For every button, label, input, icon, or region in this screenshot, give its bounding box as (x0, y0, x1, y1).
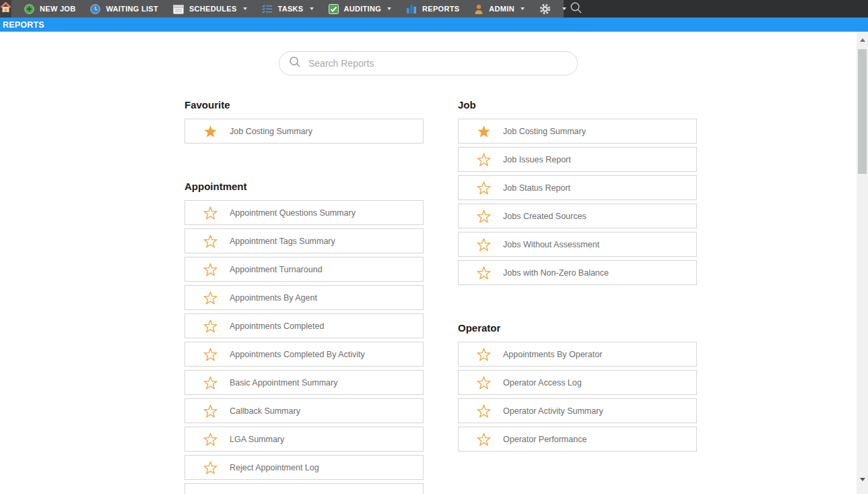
report-item-label: Jobs Without Assessment (503, 240, 599, 249)
nav-item-label: TASKS (278, 5, 304, 13)
section-title: Appointment (185, 181, 424, 191)
report-item-label: Basic Appointment Summary (230, 378, 338, 388)
favourite-star-outline-icon[interactable] (203, 404, 218, 418)
chevron-down-icon (243, 7, 247, 10)
report-section-job: JobJob Costing SummaryJob Issues ReportJ… (458, 100, 697, 285)
nav-item-waiting-list[interactable]: WAITING LIST (83, 0, 166, 18)
favourite-star-outline-icon[interactable] (477, 238, 491, 251)
scrollbar-thumb[interactable] (858, 49, 867, 174)
report-item-jobs-created-sources[interactable]: Jobs Created Sources (458, 204, 697, 228)
main-content: FavouriteJob Costing SummaryAppointmentA… (0, 32, 857, 494)
vertical-scrollbar[interactable] (857, 32, 868, 494)
report-item-appointments-by-operator[interactable]: Appointments By Operator (458, 342, 697, 367)
favourite-star-outline-icon[interactable] (203, 433, 218, 446)
clock-icon (90, 4, 100, 14)
plus-circle-icon (24, 4, 34, 14)
favourite-star-outline-icon[interactable] (477, 210, 491, 223)
favourite-star-outline-icon[interactable] (203, 348, 218, 361)
report-item-label: Reject Appointment Log (230, 463, 319, 472)
report-item-label: Job Costing Summary (230, 127, 312, 136)
report-item-jobs-with-non-zero-balance[interactable]: Jobs with Non-Zero Balance (458, 260, 697, 285)
favourite-star-outline-icon[interactable] (477, 153, 491, 166)
home-icon (0, 2, 11, 16)
favourite-star-outline-icon[interactable] (203, 291, 218, 305)
favourite-star-filled-icon[interactable] (477, 125, 491, 138)
report-item-operator-access-log[interactable]: Operator Access Log (458, 370, 697, 395)
chevron-down-icon (387, 7, 391, 10)
nav-item-new-job[interactable]: NEW JOB (17, 0, 83, 18)
favourite-star-filled-icon[interactable] (203, 125, 218, 138)
report-item-appointment-turnaround[interactable]: Appointment Turnaround (185, 257, 424, 282)
chevron-down-icon (310, 7, 314, 10)
favourite-star-outline-icon[interactable] (477, 266, 491, 280)
report-item-appointment-questions-summary[interactable]: Appointment Questions Summary (185, 200, 424, 225)
favourite-star-outline-icon[interactable] (203, 235, 218, 248)
favourite-star-outline-icon[interactable] (477, 348, 491, 361)
favourite-star-outline-icon[interactable] (477, 181, 491, 195)
report-item-label: Appointments Completed By Activity (230, 350, 365, 359)
favourite-star-outline-icon[interactable] (203, 206, 218, 220)
report-item-label: Appointment Tags Summary (230, 237, 335, 246)
checkbox-icon (329, 4, 339, 14)
page-title: REPORTS (0, 20, 44, 30)
report-item-clipped[interactable] (185, 483, 424, 494)
report-item-job-status-report[interactable]: Job Status Report (458, 175, 697, 200)
report-section-operator: OperatorAppointments By OperatorOperator… (458, 323, 697, 452)
section-title: Favourite (185, 100, 424, 110)
nav-items: NEW JOBWAITING LISTSCHEDULESTASKSAUDITIN… (17, 0, 574, 18)
report-item-appointments-completed[interactable]: Appointments Completed (185, 313, 424, 338)
report-item-jobs-without-assessment[interactable]: Jobs Without Assessment (458, 232, 697, 257)
search-reports-input[interactable] (307, 57, 568, 69)
checklist-icon (262, 4, 273, 13)
report-item-basic-appointment-summary[interactable]: Basic Appointment Summary (185, 370, 424, 395)
report-item-label: Jobs with Non-Zero Balance (503, 268, 609, 278)
report-item-label: Operator Activity Summary (503, 406, 603, 416)
person-icon (474, 4, 483, 14)
report-item-callback-summary[interactable]: Callback Summary (185, 398, 424, 423)
nav-item-schedules[interactable]: SCHEDULES (166, 0, 255, 18)
report-item-appointment-tags-summary[interactable]: Appointment Tags Summary (185, 228, 424, 253)
section-title: Job (458, 100, 697, 110)
favourite-star-outline-icon[interactable] (203, 461, 218, 474)
report-section-appointment: AppointmentAppointment Questions Summary… (185, 181, 424, 494)
home-button[interactable] (0, 0, 11, 18)
report-item-operator-performance[interactable]: Operator Performance (458, 427, 697, 452)
search-box[interactable] (279, 51, 578, 75)
nav-item-label: SCHEDULES (189, 5, 237, 13)
chevron-down-icon (521, 7, 525, 10)
report-item-appointments-by-agent[interactable]: Appointments By Agent (185, 285, 424, 310)
favourite-star-outline-icon[interactable] (203, 319, 218, 333)
favourite-star-outline-icon[interactable] (203, 376, 218, 390)
report-item-label: Callback Summary (230, 406, 300, 416)
report-item-label: Appointments By Agent (230, 293, 317, 303)
favourite-star-outline-icon[interactable] (477, 404, 491, 418)
report-item-label: Appointment Questions Summary (230, 208, 356, 218)
bar-chart-icon (406, 4, 417, 13)
report-item-label: LGA Summary (230, 435, 284, 444)
scrollbar-up-arrow-icon[interactable] (857, 34, 868, 46)
report-item-reject-appointment-log[interactable]: Reject Appointment Log (185, 455, 424, 480)
report-columns: FavouriteJob Costing SummaryAppointmentA… (185, 100, 857, 494)
favourite-star-outline-icon[interactable] (203, 263, 218, 276)
report-item-job-issues-report[interactable]: Job Issues Report (458, 147, 697, 172)
nav-item-auditing[interactable]: AUDITING (321, 0, 399, 18)
report-item-job-costing-summary[interactable]: Job Costing Summary (185, 119, 424, 144)
favourite-star-outline-icon[interactable] (477, 433, 491, 446)
nav-search-button[interactable] (564, 0, 868, 18)
nav-item-admin[interactable]: ADMIN (467, 0, 532, 18)
gear-icon (539, 3, 551, 15)
section-title: Operator (458, 323, 697, 333)
report-item-label: Operator Performance (503, 435, 587, 444)
nav-item-label: AUDITING (344, 5, 382, 13)
report-item-operator-activity-summary[interactable]: Operator Activity Summary (458, 398, 697, 423)
scrollbar-down-arrow-icon[interactable] (857, 474, 868, 485)
nav-item-reports[interactable]: REPORTS (399, 0, 467, 18)
report-item-job-costing-summary[interactable]: Job Costing Summary (458, 119, 697, 144)
report-item-label: Appointment Turnaround (230, 265, 323, 274)
favourite-star-outline-icon[interactable] (477, 376, 491, 390)
nav-item-label: ADMIN (489, 5, 514, 13)
report-item-appointments-completed-by-activity[interactable]: Appointments Completed By Activity (185, 342, 424, 367)
nav-item-tasks[interactable]: TASKS (255, 0, 321, 18)
report-item-lga-summary[interactable]: LGA Summary (185, 427, 424, 452)
nav-item-label: WAITING LIST (106, 5, 158, 13)
